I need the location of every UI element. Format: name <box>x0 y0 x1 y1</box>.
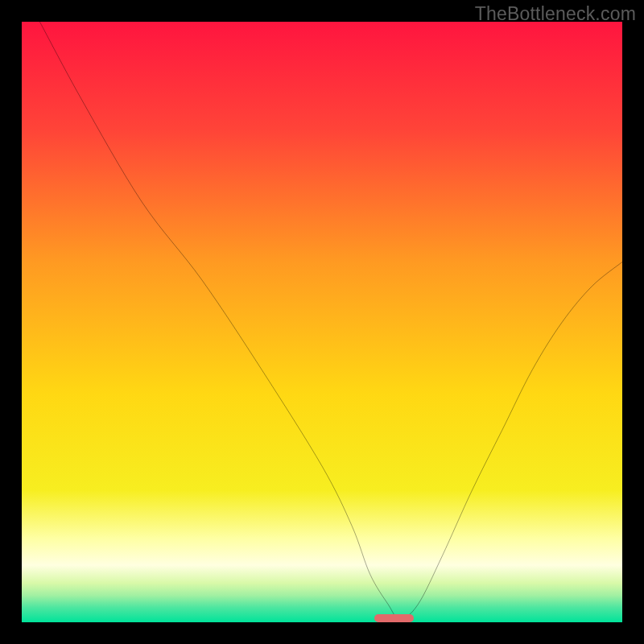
bottleneck-curve <box>22 22 622 622</box>
plot-area <box>22 22 622 622</box>
chart-frame: TheBottleneck.com <box>0 0 644 644</box>
watermark-label: TheBottleneck.com <box>475 3 636 25</box>
optimal-marker <box>374 614 413 622</box>
